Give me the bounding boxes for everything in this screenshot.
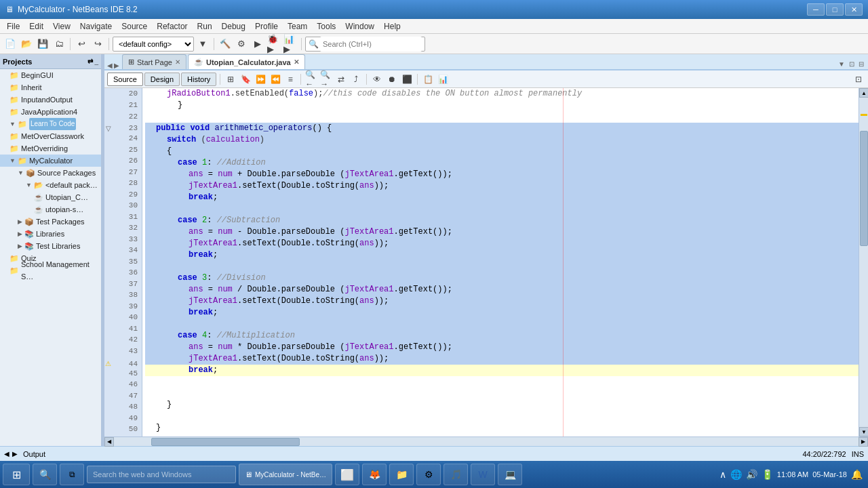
start-page-close[interactable]: ✕ — [175, 58, 180, 66]
redo-button[interactable]: ↪ — [90, 37, 105, 52]
files-button[interactable]: 📁 — [389, 464, 414, 485]
utopian-tab-close[interactable]: ✕ — [294, 58, 299, 66]
notifications-icon[interactable]: 🔔 — [851, 469, 863, 480]
tray-network-icon[interactable]: 🌐 — [730, 469, 742, 480]
tree-item-javaapp4[interactable]: 📁 JavaApplication4 — [0, 106, 101, 118]
tree-item-mycalculator[interactable]: ▼ 📁 MyCalculator — [0, 155, 101, 167]
search-fwd-button[interactable]: 🔍→ — [319, 73, 333, 85]
add-watch-button[interactable]: 👁 — [370, 73, 384, 85]
menu-help[interactable]: Help — [380, 20, 405, 33]
open-button[interactable]: 📂 — [19, 37, 34, 52]
scroll-left-button[interactable]: ◀ — [104, 437, 114, 447]
menu-debug[interactable]: Debug — [218, 20, 250, 33]
menu-edit[interactable]: Edit — [25, 20, 47, 33]
build-button[interactable]: 🔨 — [218, 37, 233, 52]
cortana-button[interactable]: 🔍 — [33, 464, 57, 485]
media-button[interactable]: 🎵 — [443, 464, 468, 485]
tree-item-libraries[interactable]: ▶ 📚 Libraries — [0, 228, 101, 240]
save-all-button[interactable]: 🗂 — [52, 37, 66, 52]
tree-item-utopiancalc[interactable]: ☕ Utopian_C… — [0, 191, 101, 203]
scroll-thumb[interactable] — [860, 131, 868, 246]
browser-button[interactable]: ⬜ — [335, 464, 359, 485]
nav-left-button[interactable]: ◀ — [4, 450, 9, 458]
menu-profile[interactable]: Profile — [251, 20, 282, 33]
task-view-button[interactable]: ⧉ — [60, 464, 84, 485]
menu-source[interactable]: Source — [117, 20, 151, 33]
history-tab-button[interactable]: History — [181, 73, 216, 86]
menu-window[interactable]: Window — [341, 20, 378, 33]
menu-file[interactable]: File — [3, 20, 24, 33]
save-button[interactable]: 💾 — [35, 37, 50, 52]
start-button[interactable]: ⊞ — [3, 464, 30, 485]
h-scroll-thumb[interactable] — [151, 438, 300, 446]
menu-tools[interactable]: Tools — [313, 20, 340, 33]
restore-editor-button[interactable]: ⊟ — [857, 59, 865, 69]
clean-build-button[interactable]: ⚙ — [234, 37, 249, 52]
tree-item-testlibs[interactable]: ▶ 📚 Test Libraries — [0, 240, 101, 252]
netbeans-taskbar-button[interactable]: 🖥 MyCalculator - NetBe… — [239, 464, 332, 485]
task2-button[interactable]: 📊 — [436, 73, 450, 85]
debug-run-button[interactable]: 🐞▶ — [267, 37, 281, 52]
nav-right-button[interactable]: ▶ — [12, 450, 18, 458]
prev-bookmark-button[interactable]: ⏪ — [269, 73, 282, 85]
menu-refactor[interactable]: Refactor — [153, 20, 191, 33]
gutter-23-collapse[interactable]: ▽ — [104, 123, 113, 134]
settings-button[interactable]: ⚙ — [416, 464, 441, 485]
search-back-button[interactable]: 🔍← — [304, 73, 318, 85]
scroll-down-button[interactable]: ▼ — [859, 427, 868, 436]
code-content[interactable]: jRadioButton1.setEnabled(false); //this … — [142, 88, 859, 436]
menu-run[interactable]: Run — [193, 20, 216, 33]
tree-item-sourcepackages[interactable]: ▼ 📦 Source Packages — [0, 167, 101, 179]
close-button[interactable]: ✕ — [845, 3, 863, 16]
menu-view[interactable]: View — [49, 20, 75, 33]
tray-expand-icon[interactable]: ∧ — [719, 469, 726, 480]
toggle-bookmark-button[interactable]: 🔖 — [239, 73, 252, 85]
maximize-button[interactable]: □ — [826, 3, 844, 16]
run-button[interactable]: ▶ — [250, 37, 265, 52]
tray-battery-icon[interactable]: 🔋 — [762, 469, 773, 480]
new-button[interactable]: 📄 — [3, 37, 18, 52]
tab-nav-left[interactable]: ◀ ▶ — [107, 62, 119, 69]
cmd-button[interactable]: 💻 — [498, 464, 522, 485]
sync-icon[interactable]: ⇄ — [87, 58, 93, 65]
minimize-button[interactable]: ─ — [807, 3, 825, 16]
output-label[interactable]: Output — [20, 450, 48, 458]
format-source-button[interactable]: ⊞ — [224, 73, 237, 85]
profile-button[interactable]: 📊▶ — [283, 37, 298, 52]
task1-button[interactable]: 📋 — [421, 73, 435, 85]
word-button[interactable]: W — [471, 464, 495, 485]
tree-item-inherit[interactable]: 📁 Inherit — [0, 81, 101, 94]
scroll-up-button[interactable]: ▲ — [859, 88, 868, 98]
tree-item-begingui[interactable]: 📁 BeginGUI — [0, 69, 101, 81]
replace-button[interactable]: ⇄ — [334, 73, 348, 85]
maximize-editor-button[interactable]: ⊡ — [848, 59, 856, 69]
tree-item-inputandoutput[interactable]: 📁 InputandOutput — [0, 94, 101, 106]
tab-start-page[interactable]: ⊞ Start Page ✕ — [122, 54, 186, 69]
tree-item-metoverclasswork[interactable]: 📁 MetOverClasswork — [0, 130, 101, 142]
tree-item-learntocode[interactable]: ▼ 📁 Learn To Code — [0, 118, 101, 130]
tree-item-schoolmgmt[interactable]: 📁 School Management S… — [0, 264, 101, 277]
source-tab-button[interactable]: Source — [107, 73, 143, 86]
jump-button[interactable]: ⤴ — [349, 73, 363, 85]
tab-utopian-calculator[interactable]: ☕ Utopian_Calculator.java ✕ — [188, 54, 305, 69]
h-scroll-track[interactable] — [114, 437, 859, 447]
tree-item-testpackages[interactable]: ▶ 📦 Test Packages — [0, 216, 101, 228]
firefox-button[interactable]: 🦊 — [362, 464, 387, 485]
tab-list-button[interactable]: ▼ — [837, 59, 846, 69]
menu-navigate[interactable]: Navigate — [76, 20, 116, 33]
tree-item-defaultpack[interactable]: ▼ 📂 <default pack… — [0, 179, 101, 191]
scroll-right-button[interactable]: ▶ — [859, 437, 868, 447]
next-bookmark-button[interactable]: ⏩ — [254, 73, 267, 85]
config-arrow[interactable]: ▼ — [195, 37, 210, 52]
add-breakpoint-button[interactable]: ⏺ — [385, 73, 399, 85]
tree-item-metoverriding[interactable]: 📁 MetOverriding — [0, 142, 101, 155]
tree-item-utopians[interactable]: ☕ utopian-s… — [0, 203, 101, 216]
editor-expand-button[interactable]: ⊡ — [852, 73, 865, 85]
config-dropdown[interactable]: <default config> — [113, 37, 194, 52]
menu-team[interactable]: Team — [283, 20, 311, 33]
taskbar-search-input[interactable] — [87, 466, 236, 483]
tray-speaker-icon[interactable]: 🔊 — [746, 469, 757, 480]
vertical-scrollbar[interactable]: ▲ ▼ — [859, 88, 868, 436]
undo-button[interactable]: ↩ — [74, 37, 89, 52]
scroll-track[interactable] — [859, 98, 868, 427]
